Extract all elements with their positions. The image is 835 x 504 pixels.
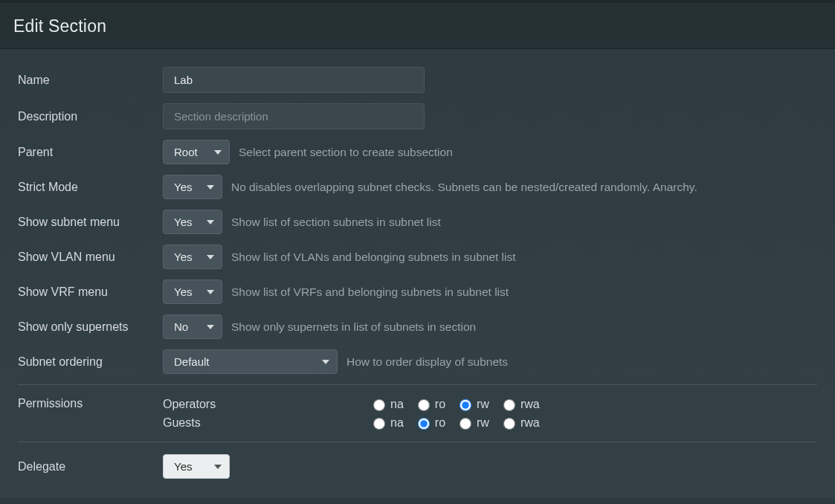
perm-opts-operators: na ro rw rwa	[370, 397, 546, 411]
supernets-select[interactable]: No	[163, 314, 222, 339]
label-vlanmenu: Show VLAN menu	[18, 251, 163, 264]
row-delegate: Delegate Yes	[18, 454, 817, 479]
label-ordering: Subnet ordering	[18, 355, 163, 369]
form-body: Name Description Parent Root Select pare…	[0, 49, 835, 498]
row-name: Name	[18, 67, 817, 93]
radio-guests-na[interactable]	[373, 418, 385, 430]
row-strict: Strict Mode Yes No disables overlapping …	[18, 175, 817, 199]
label-parent: Parent	[18, 146, 163, 159]
perm-opt-operators-rwa[interactable]: rwa	[500, 397, 540, 411]
perm-opts-guests: na ro rw rwa	[370, 416, 546, 430]
radio-guests-ro[interactable]	[418, 418, 430, 430]
helper-subnetmenu: Show list of section subnets in subnet l…	[231, 216, 441, 229]
radio-operators-rwa[interactable]	[503, 399, 515, 411]
row-vrfmenu: Show VRF menu Yes Show list of VRFs and …	[18, 280, 817, 304]
perm-opt-operators-na[interactable]: na	[370, 397, 404, 411]
row-subnetmenu: Show subnet menu Yes Show list of sectio…	[18, 210, 817, 234]
perm-opt-guests-na[interactable]: na	[370, 416, 404, 430]
label-strict: Strict Mode	[18, 181, 163, 194]
perm-role-guests: Guests	[163, 416, 370, 430]
row-description: Description	[18, 103, 817, 129]
subnetmenu-select[interactable]: Yes	[163, 210, 222, 234]
helper-parent: Select parent section to create subsecti…	[239, 146, 453, 159]
row-ordering: Subnet ordering Default How to order dis…	[18, 349, 817, 374]
label-subnetmenu: Show subnet menu	[18, 216, 163, 229]
label-description: Description	[18, 110, 163, 123]
label-name: Name	[18, 74, 163, 87]
perm-opt-operators-rw[interactable]: rw	[456, 397, 489, 411]
page-title: Edit Section	[13, 16, 822, 36]
row-permissions: Permissions Operators na ro rw rwa Guest…	[18, 397, 817, 434]
row-supernets: Show only supernets No Show only superne…	[18, 314, 817, 339]
label-permissions: Permissions	[18, 397, 163, 410]
perm-row-operators: Operators na ro rw rwa	[163, 397, 817, 411]
strict-select[interactable]: Yes	[163, 175, 222, 199]
perm-opt-guests-rwa[interactable]: rwa	[500, 416, 540, 430]
perm-opt-guests-ro[interactable]: ro	[414, 416, 445, 430]
vrfmenu-select[interactable]: Yes	[163, 280, 222, 304]
helper-strict: No disables overlapping subnet checks. S…	[231, 181, 697, 194]
row-parent: Parent Root Select parent section to cre…	[18, 140, 817, 164]
radio-operators-ro[interactable]	[418, 399, 430, 411]
label-supernets: Show only supernets	[18, 320, 163, 334]
helper-vlanmenu: Show list of VLANs and belonging subnets…	[231, 251, 516, 264]
parent-select[interactable]: Root	[163, 140, 230, 164]
label-delegate: Delegate	[18, 460, 163, 474]
label-vrfmenu: Show VRF menu	[18, 285, 163, 299]
ordering-select[interactable]: Default	[163, 349, 338, 374]
perm-opt-guests-rw[interactable]: rw	[456, 416, 489, 430]
radio-guests-rwa[interactable]	[503, 418, 515, 430]
separator-permissions-top	[18, 384, 817, 385]
separator-permissions-bottom	[18, 442, 817, 442]
perm-row-guests: Guests na ro rw rwa	[163, 416, 817, 430]
radio-guests-rw[interactable]	[460, 418, 471, 430]
vlanmenu-select[interactable]: Yes	[163, 245, 222, 269]
modal-header: Edit Section	[0, 3, 835, 49]
helper-supernets: Show only supernets in list of subnets i…	[231, 320, 476, 334]
delegate-select[interactable]: Yes	[163, 454, 230, 479]
helper-vrfmenu: Show list of VRFs and belonging subnets …	[231, 285, 509, 299]
radio-operators-na[interactable]	[373, 399, 385, 411]
helper-ordering: How to order display of subnets	[346, 355, 508, 369]
perm-role-operators: Operators	[163, 398, 370, 411]
name-input[interactable]	[163, 67, 425, 93]
row-vlanmenu: Show VLAN menu Yes Show list of VLANs an…	[18, 245, 817, 269]
radio-operators-rw[interactable]	[460, 399, 471, 411]
description-input[interactable]	[163, 103, 425, 129]
perm-opt-operators-ro[interactable]: ro	[414, 397, 445, 411]
